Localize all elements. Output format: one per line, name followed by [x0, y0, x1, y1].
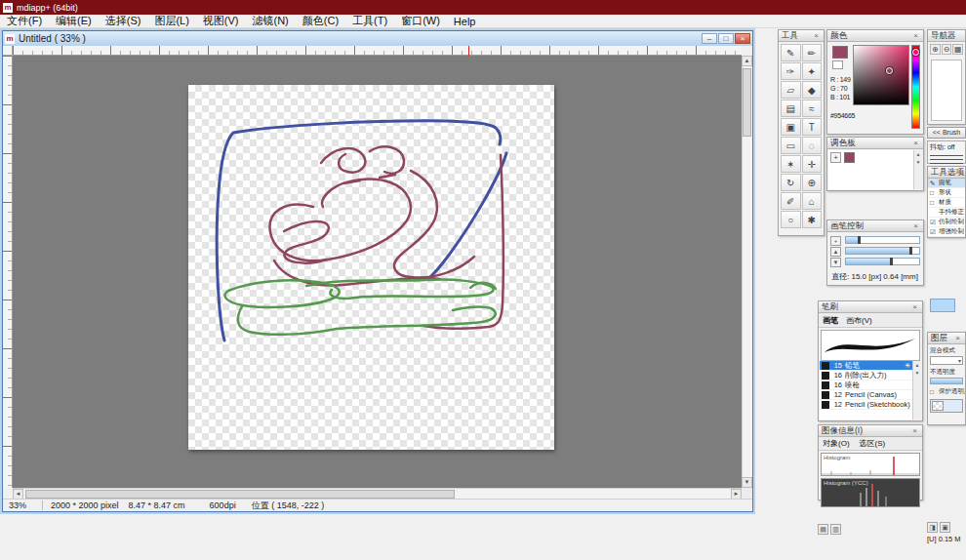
close-button[interactable]: × [735, 33, 750, 44]
document-titlebar[interactable]: m Untitled ( 33% ) – □ × [3, 31, 752, 46]
menu-layer[interactable]: 图层(L) [147, 14, 195, 28]
blend-mode-dropdown[interactable]: ▾ [930, 356, 963, 365]
add-color-button[interactable]: + [830, 152, 841, 163]
brush-panel-header[interactable]: 笔刷× [819, 301, 922, 313]
settings-tool[interactable]: ✱ [802, 211, 823, 228]
checkbox-icon[interactable]: □ [930, 388, 937, 395]
checkbox-checked-icon[interactable]: ☑ [930, 228, 937, 236]
option-row[interactable]: □形状 [928, 188, 965, 198]
horizontal-scrollbar[interactable]: ◄ ► [13, 488, 742, 499]
pencil-tool[interactable]: ✏ [802, 44, 823, 61]
fit-view-icon[interactable]: ▦ [952, 44, 963, 55]
option-row[interactable]: ✎圆笔 [928, 179, 965, 188]
vertical-scroll-thumb[interactable] [743, 68, 751, 137]
canvas-artboard[interactable] [188, 85, 554, 450]
palette-scrollbar[interactable]: ▲▼ [913, 150, 922, 189]
menu-view[interactable]: 视图(V) [196, 14, 246, 28]
saturation-value-picker[interactable] [853, 45, 909, 105]
checkbox-icon[interactable]: □ [930, 199, 937, 206]
eraser-tool[interactable]: ▱ [781, 81, 801, 99]
eyedropper-tool[interactable]: ✐ [781, 192, 801, 210]
magic-wand-tool[interactable]: ✶ [781, 155, 801, 173]
close-icon[interactable]: × [911, 220, 920, 231]
horizontal-scroll-thumb[interactable] [25, 490, 455, 499]
rotate-tool[interactable]: ↻ [781, 174, 801, 191]
vertical-scrollbar[interactable]: ▲ ▼ [742, 56, 752, 488]
scroll-down-icon[interactable]: ▼ [742, 477, 752, 488]
tools-panel-header[interactable]: 工具× [779, 30, 824, 42]
secondary-color-swatch[interactable] [832, 60, 843, 69]
close-icon[interactable]: × [910, 425, 919, 436]
pen-tool[interactable]: ✎ [781, 44, 801, 61]
brush-collapse-button[interactable]: << Brush [927, 127, 966, 139]
size-slider[interactable] [845, 236, 920, 244]
panel-option-icon[interactable]: ▣ [940, 522, 950, 533]
layer-opacity-slider[interactable] [930, 378, 963, 384]
tab-brush[interactable]: 画笔 [823, 315, 838, 326]
layer-panel-header[interactable]: 图层× [928, 333, 965, 344]
brush-item[interactable]: 16 削除(出入力) [820, 371, 912, 380]
palette-swatch[interactable] [844, 152, 855, 163]
scroll-up-icon[interactable]: ▲ [742, 56, 752, 66]
blur-tool[interactable]: ≈ [802, 100, 823, 117]
close-icon[interactable]: × [953, 333, 962, 343]
airbrush-tool[interactable]: ✦ [802, 62, 823, 80]
tab-selection[interactable]: 选区(S) [860, 438, 886, 449]
brush-item[interactable]: 12 Pencil (Sketchbook) [820, 400, 912, 410]
navigator-minimap[interactable] [931, 60, 962, 121]
sv-marker-icon[interactable] [886, 67, 893, 74]
text-tool[interactable]: T [802, 118, 823, 136]
panel-option-icon[interactable]: ◨ [927, 522, 938, 533]
brush-item[interactable]: 16 喷枪 [820, 380, 912, 390]
layer-row[interactable] [930, 399, 963, 413]
brush-item[interactable]: 12 Pencil (Canvas) [820, 390, 912, 400]
tool-options-header[interactable]: 工具选项 [928, 167, 965, 179]
lasso-tool[interactable]: ◌ [802, 137, 823, 154]
menu-edit[interactable]: 编辑(E) [49, 14, 99, 28]
minimize-button[interactable]: – [702, 33, 717, 44]
menu-window[interactable]: 窗口(W) [394, 14, 447, 28]
move-tool[interactable]: ✛ [802, 155, 823, 173]
opacity-slider[interactable] [845, 247, 920, 255]
brush-control-header[interactable]: 画笔控制× [827, 220, 923, 232]
menu-select[interactable]: 选择(S) [99, 14, 148, 28]
add-size-button[interactable]: + [830, 236, 841, 246]
checkbox-icon[interactable]: □ [930, 189, 937, 196]
current-color-swatch[interactable] [832, 46, 848, 59]
close-icon[interactable]: × [910, 301, 919, 312]
palette-panel-header[interactable]: 调色板× [827, 138, 923, 149]
palette-grid[interactable]: + [828, 150, 913, 189]
hue-marker-icon[interactable] [912, 49, 919, 56]
hand-tool[interactable]: ⌂ [802, 192, 823, 210]
shape-tool[interactable]: ○ [781, 211, 801, 228]
maximize-button[interactable]: □ [718, 33, 734, 44]
fill-tool[interactable]: ◆ [802, 81, 823, 99]
stamp-tool[interactable]: ▣ [781, 118, 801, 136]
menu-tool[interactable]: 工具(T) [345, 14, 394, 28]
panel-option-icon[interactable]: ▤ [818, 524, 828, 535]
checkbox-checked-icon[interactable]: ☑ [930, 219, 937, 226]
zoom-out-icon[interactable]: ⊖ [942, 44, 952, 55]
brush-item[interactable]: 15 铅笔 ✳ [820, 361, 912, 371]
panel-option-icon[interactable]: ▥ [830, 524, 841, 535]
option-row[interactable]: □材质 [928, 198, 965, 208]
menu-help[interactable]: Help [447, 16, 483, 27]
option-row[interactable]: 手抖修正 [928, 208, 965, 218]
app-titlebar[interactable]: m mdiapp+ (64bit) [0, 0, 966, 15]
option-row[interactable]: ☑仿制绘制 [928, 218, 965, 227]
canvas-viewport[interactable] [13, 56, 742, 488]
info-panel-header[interactable]: 图像信息(I)× [819, 425, 922, 437]
zoom-in-icon[interactable]: ⊕ [930, 44, 941, 55]
close-icon[interactable]: × [911, 30, 920, 41]
brush-tool[interactable]: ✑ [781, 62, 801, 80]
menu-color[interactable]: 颜色(C) [296, 14, 345, 28]
navigator-header[interactable]: 导航器 [928, 30, 965, 42]
option-row[interactable]: ☑增强绘制 [928, 227, 965, 237]
brush-list-scrollbar[interactable]: ▲▼ [912, 361, 921, 420]
menu-file[interactable]: 文件(F) [0, 14, 49, 28]
select-rect-tool[interactable]: ▭ [781, 137, 801, 154]
menu-filter[interactable]: 滤镜(N) [246, 14, 296, 28]
density-slider[interactable] [845, 258, 920, 265]
close-icon[interactable]: × [911, 138, 920, 148]
zoom-tool[interactable]: ⊕ [802, 174, 823, 191]
